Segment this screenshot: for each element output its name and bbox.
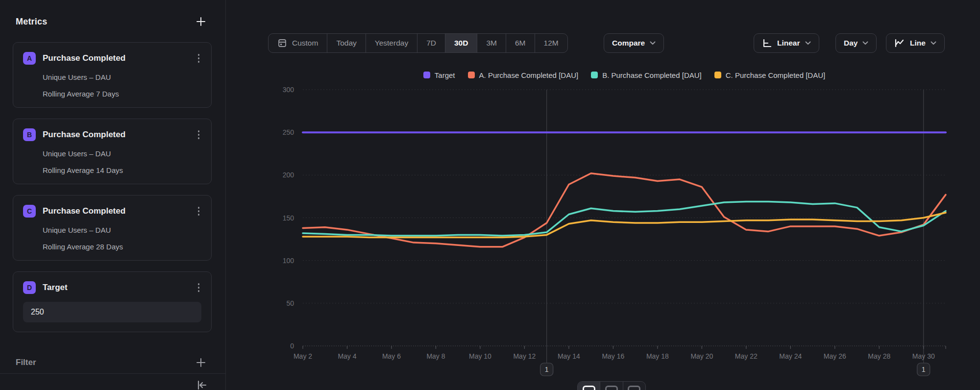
legend-swatch — [591, 72, 598, 78]
annotation-badge[interactable]: 1 — [917, 363, 930, 376]
range-option-3m[interactable]: 3M — [477, 34, 506, 52]
x-axis-tick-label: May 10 — [469, 352, 491, 360]
chart-size-switcher — [577, 381, 646, 390]
metric-transform-row[interactable]: Rolling Average 28 Days — [43, 243, 201, 251]
date-range-control: CustomTodayYesterday7D30D3M6M12M — [268, 33, 568, 53]
metric-title: Target — [43, 283, 196, 292]
legend-label: A. Purchase Completed [DAU] — [479, 71, 579, 79]
interval-label: Day — [844, 39, 858, 48]
sidebar-header: Metrics — [0, 0, 225, 28]
series-line — [303, 213, 946, 238]
compare-button[interactable]: Compare — [604, 33, 664, 53]
range-option-custom[interactable]: Custom — [269, 34, 327, 52]
metrics-section-title: Metrics — [16, 17, 47, 27]
metric-measure-row[interactable]: Unique Users – DAU — [43, 73, 201, 81]
gridlines: 050100150200250300 — [283, 86, 946, 350]
series-line — [303, 173, 946, 247]
legend-swatch — [423, 72, 430, 78]
y-axis-tick-label: 0 — [290, 342, 294, 350]
metric-options-kebab-button[interactable] — [196, 128, 202, 141]
metric-transform-row[interactable]: Rolling Average 14 Days — [43, 166, 201, 174]
target-value-input[interactable] — [23, 302, 201, 322]
metric-title: Purchase Completed — [43, 130, 196, 140]
metric-card-b[interactable]: BPurchase CompletedUnique Users – DAURol… — [13, 119, 212, 184]
chart-legend: TargetA. Purchase Completed [DAU]B. Purc… — [303, 70, 946, 80]
chart-type-label: Line — [910, 39, 926, 48]
range-option-today[interactable]: Today — [327, 34, 366, 52]
metric-transform-row[interactable]: Rolling Average 7 Days — [43, 90, 201, 98]
legend-item[interactable]: Target — [423, 71, 455, 79]
metric-letter-badge: C — [23, 205, 36, 218]
x-axis-tick-label: May 4 — [338, 352, 356, 360]
plus-icon — [196, 16, 206, 27]
calendar-icon — [277, 38, 287, 48]
metric-card-header: APurchase Completed — [23, 52, 201, 65]
metric-letter-badge: A — [23, 52, 36, 65]
legend-item[interactable]: A. Purchase Completed [DAU] — [468, 71, 579, 79]
chart-size-option-2[interactable] — [600, 382, 623, 390]
x-axis-tick-label: May 8 — [426, 352, 445, 360]
metric-letter-badge: B — [23, 128, 36, 141]
metric-card-d[interactable]: DTarget — [13, 271, 212, 332]
metric-title: Purchase Completed — [43, 53, 196, 63]
collapse-left-icon — [196, 379, 208, 390]
range-option-label: 3M — [486, 39, 497, 48]
x-axis-tick-label: May 28 — [868, 352, 890, 360]
line-chart-icon — [894, 38, 905, 48]
y-axis-tick-label: 300 — [283, 86, 294, 94]
chart-size-option-3[interactable] — [623, 382, 645, 390]
chevron-down-icon — [805, 41, 811, 45]
range-option-label: Custom — [292, 39, 318, 48]
x-axis-tick-label: May 24 — [779, 352, 802, 360]
scale-selector-button[interactable]: Linear — [754, 33, 819, 53]
metric-card-list: APurchase CompletedUnique Users – DAURol… — [0, 28, 225, 332]
metric-options-kebab-button[interactable] — [196, 52, 202, 65]
x-axis-tick-label: May 12 — [513, 352, 536, 360]
legend-label: B. Purchase Completed [DAU] — [602, 71, 702, 79]
legend-item[interactable]: C. Purchase Completed [DAU] — [714, 71, 825, 79]
range-option-yesterday[interactable]: Yesterday — [366, 34, 417, 52]
chevron-down-icon — [650, 41, 656, 45]
metric-options-kebab-button[interactable] — [196, 281, 202, 294]
chart-size-option-1[interactable] — [578, 382, 600, 390]
y-axis-tick-label: 100 — [283, 257, 294, 265]
annotation-badge[interactable]: 1 — [540, 363, 553, 376]
x-axis-tick-label: May 2 — [294, 352, 312, 360]
metric-card-c[interactable]: CPurchase CompletedUnique Users – DAURol… — [13, 195, 212, 261]
range-option-label: Yesterday — [375, 39, 408, 48]
metric-card-a[interactable]: APurchase CompletedUnique Users – DAURol… — [13, 42, 212, 108]
sidebar-footer-divider — [0, 373, 225, 374]
range-option-7d[interactable]: 7D — [417, 34, 445, 52]
metric-measure-row[interactable]: Unique Users – DAU — [43, 226, 201, 234]
y-axis-tick-label: 150 — [283, 214, 294, 222]
add-filter-button[interactable] — [194, 356, 208, 369]
metric-measure-row[interactable]: Unique Users – DAU — [43, 149, 201, 158]
x-axis-tick-label: May 22 — [735, 352, 758, 360]
x-axis-tick-label: May 6 — [382, 352, 401, 360]
range-option-12m[interactable]: 12M — [535, 34, 567, 52]
dashboard: Metrics APurchase CompletedUnique Users … — [0, 0, 980, 390]
annotation-badge-label: 1 — [545, 366, 549, 373]
legend-item[interactable]: B. Purchase Completed [DAU] — [591, 71, 702, 79]
chevron-down-icon — [931, 41, 936, 45]
legend-label: Target — [435, 71, 455, 79]
filter-section-title: Filter — [16, 358, 36, 367]
x-axis: May 2May 4May 6May 8May 10May 12May 14Ma… — [294, 346, 946, 360]
x-axis-tick-label: May 14 — [558, 352, 580, 360]
legend-swatch — [714, 72, 721, 78]
annotation-badge-label: 1 — [922, 366, 926, 373]
range-option-30d[interactable]: 30D — [445, 34, 477, 52]
panel-icon — [628, 386, 640, 390]
metric-title: Purchase Completed — [43, 206, 196, 216]
metric-card-header: BPurchase Completed — [23, 128, 201, 141]
add-metric-button[interactable] — [194, 15, 208, 28]
metric-card-header: CPurchase Completed — [23, 205, 201, 218]
metric-letter-badge: D — [23, 281, 36, 294]
chart-type-selector-button[interactable]: Line — [886, 33, 945, 53]
range-option-label: 12M — [544, 39, 559, 48]
collapse-sidebar-button[interactable] — [195, 378, 209, 390]
range-option-6m[interactable]: 6M — [506, 34, 535, 52]
interval-selector-button[interactable]: Day — [835, 33, 877, 53]
metric-options-kebab-button[interactable] — [196, 205, 202, 218]
panel-icon — [605, 386, 618, 390]
